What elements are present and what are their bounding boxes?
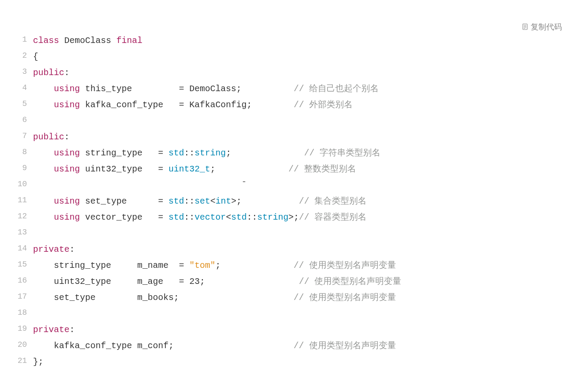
token-plain: ; bbox=[215, 260, 294, 270]
token-plain: :: bbox=[247, 212, 257, 222]
token-plain: ˉ bbox=[33, 180, 247, 190]
token-kw: using bbox=[54, 100, 80, 110]
line-number: 10 bbox=[17, 177, 33, 193]
token-type: std bbox=[231, 212, 247, 222]
token-type: string bbox=[195, 148, 226, 158]
token-type: std bbox=[168, 196, 184, 206]
token-plain: < bbox=[210, 196, 215, 206]
line-content: ˉ bbox=[33, 177, 575, 193]
token-comment: // 使用类型别名声明变量 bbox=[299, 277, 401, 287]
token-punct: : bbox=[69, 325, 75, 335]
line-content bbox=[33, 113, 575, 129]
token-kw: private bbox=[33, 244, 69, 254]
svg-rect-0 bbox=[523, 24, 527, 30]
token-type: uint32_t bbox=[168, 164, 210, 174]
token-plain bbox=[33, 148, 54, 158]
line-content: uint32_type m_age = 23; // 使用类型别名声明变量 bbox=[33, 273, 575, 290]
token-kw: private bbox=[33, 325, 69, 335]
copy-code-button[interactable]: 复制代码 bbox=[522, 22, 562, 32]
token-type: std bbox=[168, 148, 184, 158]
line-content: using uint32_type = uint32_t; // 整数类型别名 bbox=[33, 161, 575, 177]
line-content: set_type m_books; // 使用类型别名声明变量 bbox=[33, 290, 575, 306]
code-line: 19private: bbox=[17, 322, 575, 338]
token-plain: >; bbox=[231, 196, 299, 206]
token-kw: using bbox=[54, 164, 80, 174]
token-comment: // 给自己也起个别名 bbox=[294, 84, 379, 94]
token-str: "tom" bbox=[189, 260, 215, 270]
token-kw: using bbox=[54, 212, 80, 222]
code-line: 11 using set_type = std::set<int>; // 集合… bbox=[17, 193, 575, 209]
code-line: 16 uint32_type m_age = 23; // 使用类型别名声明变量 bbox=[17, 273, 575, 290]
line-number: 19 bbox=[17, 322, 33, 338]
token-num: 23 bbox=[189, 277, 200, 287]
token-kw: using bbox=[54, 84, 80, 94]
line-content bbox=[33, 225, 575, 241]
line-content: using kafka_conf_type = KafkaConfig; // … bbox=[33, 97, 575, 113]
line-number: 8 bbox=[17, 145, 33, 161]
line-number: 18 bbox=[17, 306, 33, 322]
token-punct: : bbox=[69, 244, 75, 254]
code-line: 8 using string_type = std::string; // 字符… bbox=[17, 145, 575, 161]
line-number: 21 bbox=[17, 354, 33, 370]
line-number: 5 bbox=[17, 97, 33, 113]
code-line: 14private: bbox=[17, 241, 575, 257]
token-comment: // 使用类型别名声明变量 bbox=[294, 260, 396, 270]
token-plain: kafka_conf_type = KafkaConfig; bbox=[80, 100, 294, 110]
line-number: 11 bbox=[17, 193, 33, 209]
code-line: 9 using uint32_type = uint32_t; // 整数类型别… bbox=[17, 161, 575, 177]
token-type: vector bbox=[195, 212, 226, 222]
line-number: 3 bbox=[17, 65, 33, 81]
line-content: kafka_conf_type m_conf; // 使用类型别名声明变量 bbox=[33, 338, 575, 354]
code-line: 12 using vector_type = std::vector<std::… bbox=[17, 209, 575, 225]
line-number: 2 bbox=[17, 49, 33, 65]
token-plain: >; bbox=[288, 212, 299, 222]
line-content: using this_type = DemoClass; // 给自己也起个别名 bbox=[33, 81, 575, 97]
token-plain bbox=[33, 84, 54, 94]
code-line: 21}; bbox=[17, 354, 575, 370]
line-number: 14 bbox=[17, 241, 33, 257]
token-plain: DemoClass bbox=[59, 36, 116, 46]
line-number: 13 bbox=[17, 225, 33, 241]
token-plain: this_type = DemoClass; bbox=[80, 84, 294, 94]
code-container: 复制代码 1class DemoClass final2{3public:4 u… bbox=[17, 17, 575, 370]
token-type: set bbox=[195, 196, 210, 206]
token-plain: ; bbox=[210, 164, 288, 174]
token-plain: set_type m_books; bbox=[33, 293, 294, 303]
token-punct: }; bbox=[33, 357, 43, 367]
token-plain: :: bbox=[184, 196, 195, 206]
line-number: 12 bbox=[17, 209, 33, 225]
line-content: public: bbox=[33, 129, 575, 145]
token-plain: uint32_type m_age = bbox=[33, 277, 189, 287]
token-punct: : bbox=[64, 132, 69, 142]
line-number: 7 bbox=[17, 129, 33, 145]
token-comment: // 整数类型别名 bbox=[288, 164, 356, 174]
code-line: 1class DemoClass final bbox=[17, 33, 575, 49]
token-plain: :: bbox=[184, 212, 195, 222]
line-content: class DemoClass final bbox=[33, 33, 575, 49]
token-comment: // 使用类型别名声明变量 bbox=[294, 293, 396, 303]
token-comment: // 使用类型别名声明变量 bbox=[294, 341, 396, 351]
token-kw: public bbox=[33, 132, 64, 142]
code-line: 13 bbox=[17, 225, 575, 241]
line-number: 20 bbox=[17, 338, 33, 354]
token-plain: ; bbox=[226, 148, 304, 158]
line-content: string_type m_name = "tom"; // 使用类型别名声明变… bbox=[33, 257, 575, 273]
line-content: using set_type = std::set<int>; // 集合类型别… bbox=[33, 193, 575, 209]
token-kw: using bbox=[54, 148, 80, 158]
token-plain: set_type = bbox=[80, 196, 168, 206]
token-plain: kafka_conf_type m_conf; bbox=[33, 341, 294, 351]
line-content: using string_type = std::string; // 字符串类… bbox=[33, 145, 575, 161]
line-number: 16 bbox=[17, 273, 33, 290]
line-number: 1 bbox=[17, 33, 33, 49]
token-plain bbox=[33, 164, 54, 174]
line-content: using vector_type = std::vector<std::str… bbox=[33, 209, 575, 225]
code-line: 17 set_type m_books; // 使用类型别名声明变量 bbox=[17, 290, 575, 306]
code-line: 3public: bbox=[17, 65, 575, 81]
code-line: 2{ bbox=[17, 49, 575, 65]
token-comment: // 容器类型别名 bbox=[299, 212, 367, 222]
token-plain: string_type m_name = bbox=[33, 260, 189, 270]
line-number: 6 bbox=[17, 113, 33, 129]
token-plain: ; bbox=[200, 277, 299, 287]
line-content bbox=[33, 306, 575, 322]
token-plain: :: bbox=[184, 148, 195, 158]
